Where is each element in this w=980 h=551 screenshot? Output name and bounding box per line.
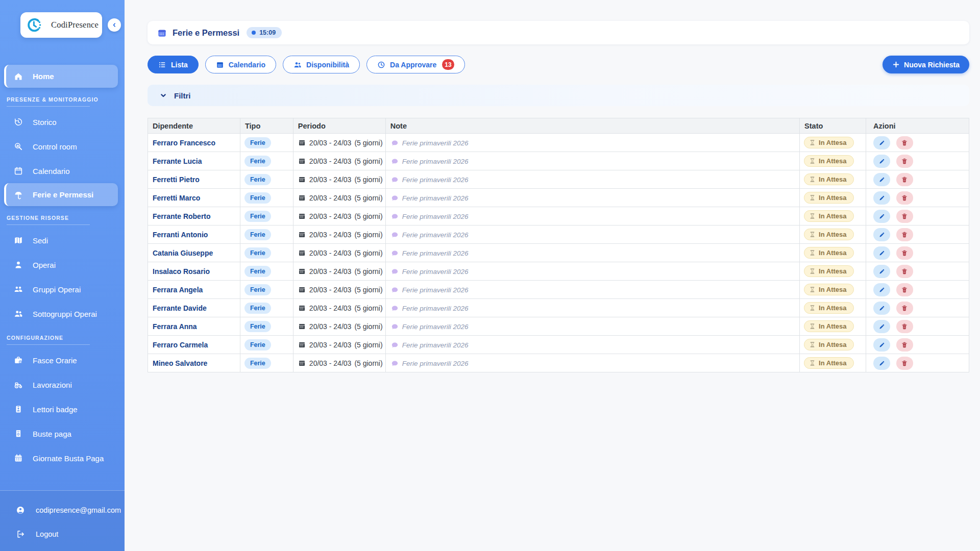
table-body: Ferraro Francesco Ferie 20/03 - 24/03(5 … <box>148 134 969 372</box>
edit-button[interactable] <box>873 191 890 205</box>
trash-icon <box>901 231 908 238</box>
sidebar-item-lettori-badge[interactable]: Lettori badge <box>0 397 125 421</box>
edit-button[interactable] <box>873 155 890 168</box>
delete-button[interactable] <box>896 155 913 168</box>
edit-button[interactable] <box>873 136 890 149</box>
table-row: Insalaco Rosario Ferie 20/03 - 24/03(5 g… <box>148 262 969 281</box>
sidebar-item-label: Ferie e Permessi <box>33 190 93 199</box>
table-row: Mineo Salvatore Ferie 20/03 - 24/03(5 gi… <box>148 354 969 372</box>
tipo-cell: Ferie <box>240 134 293 152</box>
sidebar-item-gruppi-operai[interactable]: Gruppi Operai <box>0 277 125 302</box>
trash-icon <box>901 305 908 312</box>
tipo-cell: Ferie <box>240 170 293 189</box>
tipo-badge: Ferie <box>244 303 271 314</box>
azioni-cell <box>866 317 969 336</box>
edit-button[interactable] <box>873 302 890 315</box>
sidebar-item-buste-paga[interactable]: Buste paga <box>0 421 125 446</box>
table-row: Ferretti Pietro Ferie 20/03 - 24/03(5 gi… <box>148 170 969 189</box>
trash-icon <box>901 194 908 202</box>
edit-button[interactable] <box>873 265 890 278</box>
tipo-badge: Ferie <box>244 174 271 185</box>
tipo-cell: Ferie <box>240 207 293 226</box>
tab-da-approvare[interactable]: Da Approvare 13 <box>366 56 465 73</box>
calendar-icon <box>298 322 306 330</box>
tipo-cell: Ferie <box>240 244 293 262</box>
column-dipendente: Dipendente <box>148 118 240 134</box>
trash-icon <box>901 360 908 367</box>
sidebar-item-sedi[interactable]: Sedi <box>0 228 125 253</box>
delete-button[interactable] <box>896 265 913 278</box>
section-title-configurazione: CONFIGURAZIONE <box>7 335 90 345</box>
delete-button[interactable] <box>896 191 913 205</box>
chat-bubble-icon <box>391 286 399 294</box>
edit-button[interactable] <box>873 210 890 223</box>
chat-bubble-icon <box>391 139 399 147</box>
sidebar-item-home[interactable]: Home <box>4 65 118 88</box>
tipo-badge: Ferie <box>244 211 271 222</box>
sidebar-item-label: Operai <box>33 261 56 269</box>
sidebar-item-fasce-orarie[interactable]: Fasce Orarie <box>0 348 125 372</box>
delete-button[interactable] <box>896 210 913 223</box>
azioni-cell <box>866 262 969 281</box>
tipo-badge: Ferie <box>244 284 271 295</box>
delete-button[interactable] <box>896 302 913 315</box>
chat-bubble-icon <box>391 323 399 331</box>
sidebar-item-giornate-busta-paga[interactable]: Giornate Busta Paga <box>0 446 125 470</box>
status-badge: In Attesa <box>804 192 853 204</box>
edit-button[interactable] <box>873 283 890 296</box>
edit-button[interactable] <box>873 338 890 352</box>
employee-name: Mineo Salvatore <box>148 354 240 372</box>
sidebar-item-lavorazioni[interactable]: Lavorazioni <box>0 372 125 397</box>
logout-button[interactable]: Logout <box>0 522 125 546</box>
pencil-icon <box>878 305 886 312</box>
delete-button[interactable] <box>896 246 913 260</box>
status-badge: In Attesa <box>804 210 853 222</box>
edit-button[interactable] <box>873 228 890 241</box>
delete-button[interactable] <box>896 320 913 333</box>
account-email[interactable]: codipresence@gmail.com <box>0 498 125 522</box>
calendar-icon <box>298 194 306 202</box>
note-cell: Ferie primaverili 2026 <box>385 336 799 354</box>
delete-button[interactable] <box>896 173 913 186</box>
status-badge: In Attesa <box>804 339 853 350</box>
tipo-cell: Ferie <box>240 299 293 317</box>
delete-button[interactable] <box>896 283 913 296</box>
sidebar-item-control-room[interactable]: Control room <box>0 134 125 159</box>
employee-name: Ferrara Angela <box>148 281 240 299</box>
tabs-row: Lista Calendario Dis <box>148 56 969 73</box>
delete-button[interactable] <box>896 357 913 370</box>
delete-button[interactable] <box>896 228 913 241</box>
edit-button[interactable] <box>873 246 890 260</box>
sidebar-item-operai[interactable]: Operai <box>0 253 125 277</box>
azioni-cell <box>866 281 969 299</box>
azioni-cell <box>866 152 969 170</box>
status-badge: In Attesa <box>804 247 853 259</box>
delete-button[interactable] <box>896 338 913 352</box>
status-badge: In Attesa <box>804 173 853 185</box>
sidebar-item-storico[interactable]: Storico <box>0 110 125 134</box>
hourglass-icon <box>809 286 816 293</box>
edit-button[interactable] <box>873 357 890 370</box>
hourglass-icon <box>809 360 816 366</box>
sidebar-collapse-button[interactable] <box>108 18 121 32</box>
sidebar-item-label: Gruppi Operai <box>33 285 81 294</box>
calendar-icon <box>298 341 306 348</box>
filters-toggle[interactable]: Filtri <box>148 85 969 106</box>
edit-button[interactable] <box>873 173 890 186</box>
sidebar-item-calendario[interactable]: Calendario <box>0 159 125 183</box>
azioni-cell <box>866 336 969 354</box>
map-icon <box>14 236 23 245</box>
periodo-cell: 20/03 - 24/03(5 giorni) <box>293 281 385 299</box>
tab-calendario[interactable]: Calendario <box>205 56 276 73</box>
tab-disponibilita[interactable]: Disponibilità <box>283 56 360 73</box>
employee-name: Ferranti Antonio <box>148 226 240 244</box>
delete-button[interactable] <box>896 136 913 149</box>
new-request-button[interactable]: Nuova Richiesta <box>883 56 969 73</box>
edit-button[interactable] <box>873 320 890 333</box>
sidebar-item-sottogruppi-operai[interactable]: Sottogruppi Operai <box>0 302 125 326</box>
briefcase-clock-icon <box>14 356 23 365</box>
periodo-cell: 20/03 - 24/03(5 giorni) <box>293 170 385 189</box>
tab-lista[interactable]: Lista <box>148 56 199 73</box>
sidebar-item-ferie-e-permessi[interactable]: Ferie e Permessi <box>4 183 118 206</box>
trash-icon <box>901 286 908 293</box>
